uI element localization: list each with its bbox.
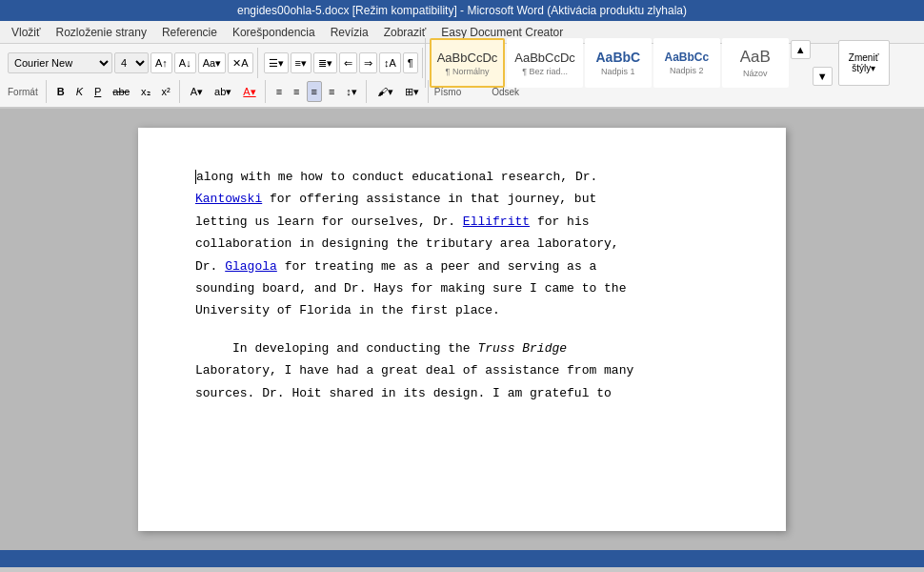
text-effect-button[interactable]: A▾ [186, 81, 208, 102]
shading-button[interactable]: 🖌▾ [372, 81, 398, 102]
style-title-button[interactable]: AaB Názov [722, 38, 789, 88]
show-marks-button[interactable]: ¶ [403, 52, 418, 73]
change-case-button[interactable]: Aa▾ [198, 52, 226, 73]
text-segment: letting us learn for ourselves, Dr. [195, 214, 463, 229]
text-segment: Laboratory, I have had a great deal of a… [195, 363, 633, 378]
grow-font-button[interactable]: A↑ [151, 52, 172, 73]
text-segment: for treating me as a peer and serving as… [277, 259, 596, 274]
font-family-select[interactable]: Courier New Arial Times New Roman [8, 52, 112, 73]
font-format-group: B K P abc x₂ x² [49, 80, 180, 103]
italic-button[interactable]: K [71, 81, 88, 102]
text-segment: University of Florida in the first place… [195, 303, 500, 317]
fill-group: 🖌▾ ⊞▾ [369, 80, 429, 103]
title-text: engides00ohla-5.docx [Režim kompatibilit… [237, 4, 687, 17]
text-segment: for offering assistance in that journey,… [262, 192, 596, 206]
text-segment: In developing and conducting the [195, 341, 477, 356]
font-color-button[interactable]: A▾ [238, 81, 260, 102]
justify-button[interactable]: ≡ [324, 81, 339, 102]
format-label: Formát [8, 87, 42, 97]
link-ellifritt[interactable]: Ellifritt [463, 214, 530, 229]
highlight-button[interactable]: ab▾ [210, 81, 236, 102]
styles-scroll-up-button[interactable]: ▲ [791, 40, 811, 59]
content-area: along with me how to conduct educational… [0, 109, 924, 550]
ribbon-labels-group: Písmo Odsek [431, 80, 523, 103]
style-h2-preview: AaBbCc [665, 51, 710, 64]
styles-scroll-down-button[interactable]: ▼ [813, 67, 833, 86]
subscript-button[interactable]: x₂ [136, 81, 155, 102]
style-title-preview: AaB [740, 48, 771, 67]
toolbar-row1: Courier New Arial Times New Roman 4 8 10… [4, 48, 920, 78]
style-h1-preview: AaBbC [596, 50, 641, 65]
document-page[interactable]: along with me how to conduct educational… [138, 128, 786, 531]
menu-layout[interactable]: Rozloženie strany [49, 24, 154, 41]
sort-button[interactable]: ↕A [379, 52, 401, 73]
superscript-button[interactable]: x² [157, 81, 175, 102]
format-group: Formát [4, 80, 47, 103]
style-h1-label: Nadpis 1 [601, 67, 635, 76]
multilevel-button[interactable]: ≣▾ [313, 52, 337, 73]
paragraph-1: along with me how to conduct educational… [195, 166, 729, 322]
bullets-button[interactable]: ☰▾ [264, 52, 289, 73]
decrease-indent-button[interactable]: ⇐ [339, 52, 357, 73]
text-effect-group: A▾ ab▾ A▾ [182, 80, 266, 103]
line-spacing-button[interactable]: ↕▾ [341, 81, 362, 102]
borders-button[interactable]: ⊞▾ [400, 81, 424, 102]
style-nosp-preview: AaBbCcDc [514, 51, 575, 65]
underline-button[interactable]: P [90, 81, 106, 102]
style-h1-button[interactable]: AaBbC Nadpis 1 [585, 38, 652, 88]
paragraph-group: ☰▾ ≡▾ ≣▾ ⇐ ⇒ ↕A ¶ [260, 48, 423, 78]
písmo-label: Písmo [434, 87, 461, 97]
link-glagola[interactable]: Glagola [225, 259, 277, 274]
strikethrough-button[interactable]: abc [108, 81, 134, 102]
link-kantowski[interactable]: Kantowski [195, 192, 262, 206]
text-segment: for his [530, 214, 589, 229]
ribbon: Courier New Arial Times New Roman 4 8 10… [0, 44, 924, 109]
style-title-label: Názov [743, 69, 768, 78]
change-styles-button[interactable]: Zmeniť štýly▾ [838, 40, 890, 86]
menu-insert[interactable]: Vložiť [4, 24, 49, 41]
title-bar: engides00ohla-5.docx [Režim kompatibilit… [0, 0, 924, 21]
shrink-font-button[interactable]: A↓ [174, 52, 196, 73]
align-right-button[interactable]: ≡ [307, 81, 322, 102]
bold-button[interactable]: B [52, 81, 70, 102]
italic-text-truss: Truss Bridge [477, 341, 567, 356]
style-h2-label: Nadpis 2 [670, 66, 704, 75]
text-segment: Dr. [195, 259, 225, 274]
align-center-button[interactable]: ≡ [289, 81, 304, 102]
font-size-select[interactable]: 4 8 10 12 [114, 52, 149, 73]
style-h2-button[interactable]: AaBbCc Nadpis 2 [653, 38, 720, 88]
font-group: Courier New Arial Times New Roman 4 8 10… [4, 48, 258, 78]
odsek-label: Odsek [492, 87, 519, 97]
status-bar [0, 550, 924, 567]
menu-correspondence[interactable]: Korešpondencia [225, 24, 323, 41]
align-left-button[interactable]: ≡ [271, 81, 287, 102]
text-segment: sounding board, and Dr. Hays for making … [195, 281, 626, 296]
style-nosp-label: ¶ Bez riad... [522, 67, 568, 76]
style-normal-label: ¶ Normálny [446, 67, 490, 76]
style-normal-preview: AaBbCcDc [437, 51, 498, 65]
alignment-group: ≡ ≡ ≡ ≡ ↕▾ [268, 80, 367, 103]
text-segment: collaboration in designing the tributary… [195, 236, 619, 251]
menu-revision[interactable]: Revízia [323, 24, 376, 41]
paragraph-2: In developing and conducting the Truss B… [195, 337, 729, 404]
menu-references[interactable]: Referencie [154, 24, 225, 41]
text-segment: sources. Dr. Hoit shared in its design. … [195, 386, 612, 400]
increase-indent-button[interactable]: ⇒ [359, 52, 377, 73]
clear-format-button[interactable]: ✕A [228, 52, 252, 73]
text-segment: along with me how to conduct educational… [195, 170, 597, 184]
numbering-button[interactable]: ≡▾ [291, 52, 311, 73]
